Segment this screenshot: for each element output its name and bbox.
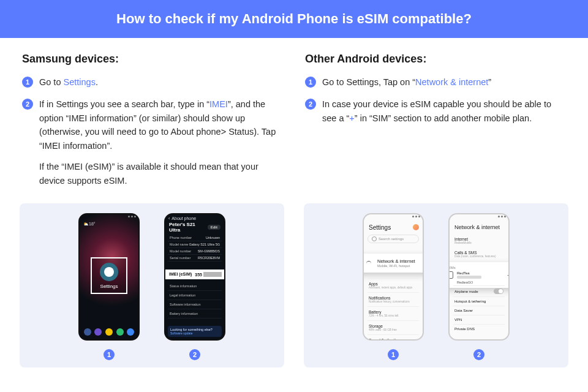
- text-segment: Go to Settings, Tap on “: [322, 77, 415, 87]
- settings-title-text: Settings: [369, 224, 391, 231]
- status-bar: [80, 214, 138, 221]
- text-segment: If in Settings you see a search bar, typ…: [39, 99, 209, 109]
- step-item: 2In case your device is eSIM capable you…: [305, 97, 566, 125]
- text-segment: Go to: [39, 77, 64, 87]
- samsung-heading: Samsung devices:: [22, 53, 283, 66]
- network-toggle-row: Hotspot & tethering: [453, 296, 505, 306]
- step-badge-2: 2: [189, 349, 200, 360]
- info-link-row: Battery information: [168, 309, 222, 318]
- step-item: 1Go to Settings, Tap on “Network & inter…: [305, 75, 566, 89]
- text-segment: .: [96, 77, 98, 87]
- settings-label: Settings: [100, 284, 118, 289]
- device-name-row: Peter's S21 Ultra Edit: [165, 222, 224, 235]
- screenshots-row: ⛅18° Settings 1 ‹ About phone: [0, 196, 588, 368]
- imei-prefix: 355: [195, 273, 202, 277]
- network-pre-items: InternetRedteaMobileCalls & SMSData (roa…: [450, 234, 508, 261]
- other-heading: Other Android devices:: [305, 53, 566, 66]
- inline-link: IMEI: [209, 99, 228, 109]
- imei-masked: [203, 272, 222, 277]
- settings-item: Sound & vibration: [368, 334, 419, 341]
- samsung-about-phone: ‹ About phone Peter's S21 Ultra Edit Pho…: [164, 213, 225, 341]
- network-item: InternetRedteaMobile: [450, 234, 508, 247]
- step-text: If in Settings you see a search bar, typ…: [39, 97, 283, 187]
- search-placeholder: Search settings: [379, 237, 404, 241]
- device-name: Peter's S21 Ultra: [169, 222, 205, 233]
- app-dock: [80, 328, 138, 336]
- network-toggle-row: Airplane mode: [453, 285, 505, 296]
- wifi-icon: [365, 260, 372, 266]
- inline-link: Settings: [64, 77, 96, 87]
- other-phone2-wrap: Network & internet InternetRedteaMobileC…: [448, 213, 510, 360]
- samsung-phone-row: ⛅18° Settings 1 ‹ About phone: [78, 213, 225, 360]
- step-text: Go to Settings.: [39, 75, 98, 89]
- text-segment: ” in “SIM” section to add another mobile…: [355, 113, 532, 123]
- network-toggle-row: Data Saver: [453, 306, 505, 315]
- info-row: Phone numberUnknown: [168, 235, 222, 241]
- step-extra: If the “IMEI (eSIM)” is available it sho…: [39, 160, 283, 187]
- network-toggle-row: Private DNS: [453, 324, 505, 333]
- info-row: Serial numberR5CR20E8VM: [168, 255, 222, 262]
- settings-title: Settings: [364, 221, 423, 235]
- info-link-row: Software information: [168, 300, 222, 309]
- network-title: Network & internet: [450, 221, 508, 234]
- settings-item: AppsAssistant, recent apps, default apps: [368, 278, 419, 292]
- step-number: 2: [305, 99, 316, 110]
- samsung-phone1-wrap: ⛅18° Settings 1: [78, 213, 140, 360]
- card-subtitle: Mobile, Wi-Fi, hotspot: [377, 264, 415, 268]
- page-header: How to check if my Android Phone is eSIM…: [0, 0, 588, 38]
- samsung-phone2-wrap: ‹ About phone Peter's S21 Ultra Edit Pho…: [164, 213, 225, 360]
- settings-items: AppsAssistant, recent apps, default apps…: [368, 278, 419, 341]
- step-number: 2: [22, 99, 33, 110]
- instructions-row: Samsung devices: 1Go to Settings.2If in …: [0, 38, 588, 196]
- step-item: 1Go to Settings.: [22, 75, 283, 89]
- info-row: Model nameGalaxy S21 Ultra 5G: [168, 241, 222, 248]
- screen-title: About phone: [172, 216, 196, 221]
- weather-widget: ⛅18°: [80, 221, 138, 228]
- step-badge-1: 1: [104, 349, 115, 360]
- software-update-link: Software update: [170, 331, 219, 335]
- step-item: 2If in Settings you see a search bar, ty…: [22, 97, 283, 187]
- avatar-icon: [413, 224, 419, 230]
- android-settings-screen: Settings Search settings Network & inter…: [363, 213, 424, 341]
- network-name: RedteaGO: [457, 281, 510, 284]
- plus-icon: +: [507, 272, 510, 279]
- info-link-row: Legal information: [168, 291, 222, 300]
- network-internet-card: Network & internet Mobile, Wi-Fi, hotspo…: [363, 254, 424, 273]
- back-icon: ‹: [168, 216, 170, 221]
- inline-link: Network & internet: [415, 77, 488, 87]
- other-phone-row: Settings Search settings Network & inter…: [363, 213, 510, 360]
- samsung-homescreen: ⛅18° Settings: [78, 213, 140, 341]
- step-text: In case your device is eSIM capable you …: [322, 97, 566, 125]
- search-settings: Search settings: [368, 235, 419, 243]
- imei-esim-label: IMEI (eSIM): [169, 272, 192, 277]
- step-badge-2: 2: [473, 349, 484, 360]
- settings-item: Storage48% used - 66 GB free: [368, 320, 419, 334]
- status-bar: ‹ About phone: [165, 214, 224, 222]
- samsung-steps: 1Go to Settings.2If in Settings you see …: [22, 75, 283, 187]
- info-row: Model numberSM-G998B/DS: [168, 248, 222, 255]
- other-column: Other Android devices: 1Go to Settings, …: [305, 53, 566, 196]
- sim-number-masked: [457, 276, 481, 279]
- other-phone1-wrap: Settings Search settings Network & inter…: [363, 213, 424, 360]
- other-panel: Settings Search settings Network & inter…: [304, 203, 568, 368]
- settings-app-highlight: Settings: [91, 257, 127, 294]
- sim-row: RedTea +: [448, 271, 510, 279]
- samsung-panel: ⛅18° Settings 1 ‹ About phone: [20, 203, 284, 368]
- sims-label: SIMs: [448, 266, 510, 270]
- sim-name: RedTea: [457, 271, 503, 275]
- imei-esim-highlight: IMEI (eSIM) 355: [164, 270, 225, 279]
- network-item: Calls & SMSData (roam, conference, featu…: [450, 247, 508, 261]
- android-network-screen: Network & internet InternetRedteaMobileC…: [448, 213, 510, 341]
- looking-for-card: Looking for something else? Software upd…: [168, 326, 222, 337]
- step-badge-1: 1: [388, 349, 399, 360]
- toggle-icon: [494, 288, 503, 294]
- about-lower-rows: Status informationLegal informationSoftw…: [168, 282, 222, 318]
- text-segment: ”: [488, 77, 491, 87]
- gear-icon: [100, 263, 118, 281]
- network-toggle-row: VPN: [453, 315, 505, 324]
- step-number: 1: [305, 77, 316, 88]
- inline-link: +: [349, 113, 354, 123]
- card-title: Network & internet: [377, 258, 415, 264]
- network-rows: Airplane modeHotspot & tetheringData Sav…: [453, 285, 505, 333]
- sim-icon: [448, 271, 453, 279]
